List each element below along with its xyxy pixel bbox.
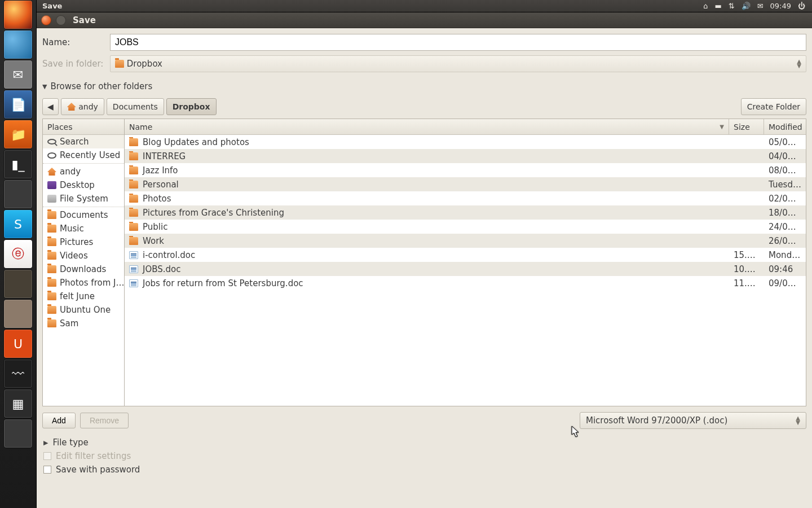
save-with-password[interactable]: Save with password [42, 463, 806, 476]
doc-icon [129, 251, 138, 259]
places-felt-june[interactable]: felt June [43, 290, 124, 303]
file-row[interactable]: Blog Updates and photos05/04/11 [125, 135, 806, 149]
places-filesystem[interactable]: File System [43, 192, 124, 205]
folder-icon [129, 138, 138, 146]
column-size[interactable]: Size [729, 119, 764, 134]
add-button[interactable]: Add [42, 413, 76, 428]
file-list: Blog Updates and photos05/04/11 INTERREG… [125, 135, 806, 406]
launcher-mail[interactable]: ✉ [4, 60, 32, 89]
places-desktop[interactable]: Desktop [43, 178, 124, 192]
name-label: Name: [42, 37, 104, 47]
window-close-icon[interactable] [41, 15, 51, 25]
folder-icon [129, 167, 138, 174]
folder-icon [129, 237, 138, 245]
launcher-extra[interactable] [4, 419, 32, 448]
triangle-down-icon: ▼ [42, 83, 47, 90]
desktop-icon [47, 181, 56, 189]
launcher-files[interactable]: 📁 [4, 120, 32, 148]
search-icon [47, 139, 56, 144]
create-folder-button[interactable]: Create Folder [741, 98, 806, 115]
name-input[interactable] [110, 34, 806, 51]
launcher-terminal[interactable]: ▮_ [4, 150, 32, 178]
launcher-monitor[interactable]: 〰 [4, 360, 32, 388]
launcher-ubuntu-one[interactable]: U [4, 330, 32, 358]
file-row[interactable]: Jobs for return from St Petersburg.doc11… [125, 276, 806, 290]
places-music[interactable]: Music [43, 222, 124, 235]
file-row[interactable]: Jazz Info08/02/11 [125, 163, 806, 177]
places-pictures[interactable]: Pictures [43, 235, 124, 249]
path-segment-documents[interactable]: Documents [107, 98, 164, 115]
sort-indicator-icon: ▼ [720, 124, 724, 130]
folder-icon [115, 60, 124, 68]
places-search[interactable]: Search [43, 135, 124, 148]
home-icon [67, 103, 76, 111]
file-row[interactable]: INTERREG04/04/11 [125, 149, 806, 163]
network-icon[interactable]: ⇅ [725, 2, 738, 10]
save-in-folder-dropdown[interactable]: Dropbox ▲▼ [110, 55, 806, 72]
clock[interactable]: 09:49 [767, 2, 795, 10]
launcher-red-swirl[interactable]: ⓔ [4, 240, 32, 268]
top-panel: Save ⌂ ▬ ⇅ 🔊 ✉ 09:49 ⏻ [37, 0, 812, 12]
places-photos-from-j[interactable]: Photos from J… [43, 276, 124, 290]
file-type-dropdown[interactable]: Microsoft Word 97/2000/XP (.doc) ▲▼ [580, 412, 806, 429]
folder-icon [47, 292, 56, 300]
places-header: Places [43, 119, 124, 135]
folder-icon [47, 211, 56, 219]
places-downloads[interactable]: Downloads [43, 262, 124, 276]
file-row[interactable]: PersonalTuesday [125, 177, 806, 191]
folder-icon [47, 265, 56, 273]
column-name[interactable]: Name▼ [125, 119, 729, 134]
path-segment-dropbox[interactable]: Dropbox [166, 98, 217, 115]
file-row[interactable]: i-control.doc15.0 KBMonday [125, 248, 806, 262]
column-modified[interactable]: Modified [764, 119, 806, 134]
folder-icon [47, 225, 56, 233]
save-in-folder-label: Save in folder: [42, 59, 104, 69]
folder-icon [129, 195, 138, 203]
window-title: Save [70, 15, 96, 25]
folder-icon [47, 306, 56, 314]
mail-icon[interactable]: ✉ [754, 2, 767, 10]
launcher-firefox[interactable] [4, 1, 32, 29]
doc-icon [129, 265, 138, 273]
save-in-folder-value: Dropbox [127, 59, 162, 69]
folder-icon [47, 252, 56, 260]
browse-expander[interactable]: ▼ Browse for other folders [42, 81, 806, 91]
dropbox-icon[interactable]: ⌂ [700, 2, 711, 10]
launcher-update[interactable] [4, 300, 32, 328]
launcher-writer[interactable]: 📄 [4, 90, 32, 119]
file-row[interactable]: Photos02/07/10 [125, 191, 806, 205]
places-documents[interactable]: Documents [43, 208, 124, 222]
power-icon[interactable]: ⏻ [795, 2, 809, 10]
file-row[interactable]: Public24/05/11 [125, 220, 806, 234]
panel-app-title: Save [40, 2, 62, 10]
file-row[interactable]: JOBS.doc10.5 KB09:46 [125, 262, 806, 276]
drive-icon [47, 195, 56, 203]
path-segment-home[interactable]: andy [61, 98, 104, 115]
file-row[interactable]: Work26/05/11 [125, 234, 806, 248]
folder-icon [47, 319, 56, 327]
home-icon [47, 168, 56, 176]
clock-icon [47, 152, 56, 159]
launcher-skype[interactable]: S [4, 210, 32, 238]
file-row[interactable]: Pictures from Grace's Christening18/05/1… [125, 205, 806, 220]
window-minimize-icon[interactable] [56, 15, 66, 25]
launcher-workspaces[interactable]: ▦ [4, 389, 32, 418]
places-recent[interactable]: Recently Used [43, 148, 124, 162]
path-back-button[interactable]: ◀ [42, 98, 59, 115]
launcher-app-blue[interactable] [4, 30, 32, 59]
battery-icon[interactable]: ▬ [711, 2, 725, 10]
places-home[interactable]: andy [43, 165, 124, 178]
chevron-updown-icon: ▲▼ [797, 59, 801, 68]
launcher-app-suit[interactable] [4, 180, 32, 208]
doc-icon [129, 279, 138, 287]
launcher-brown[interactable] [4, 270, 32, 298]
remove-button[interactable]: Remove [80, 413, 129, 428]
places-ubuntu-one[interactable]: Ubuntu One [43, 303, 124, 317]
folder-icon [47, 279, 56, 287]
file-type-expander[interactable]: ▶File type [42, 436, 806, 449]
folder-icon [129, 152, 138, 160]
volume-icon[interactable]: 🔊 [738, 2, 754, 10]
folder-icon [129, 223, 138, 231]
places-videos[interactable]: Videos [43, 249, 124, 262]
places-sam[interactable]: Sam [43, 317, 124, 330]
